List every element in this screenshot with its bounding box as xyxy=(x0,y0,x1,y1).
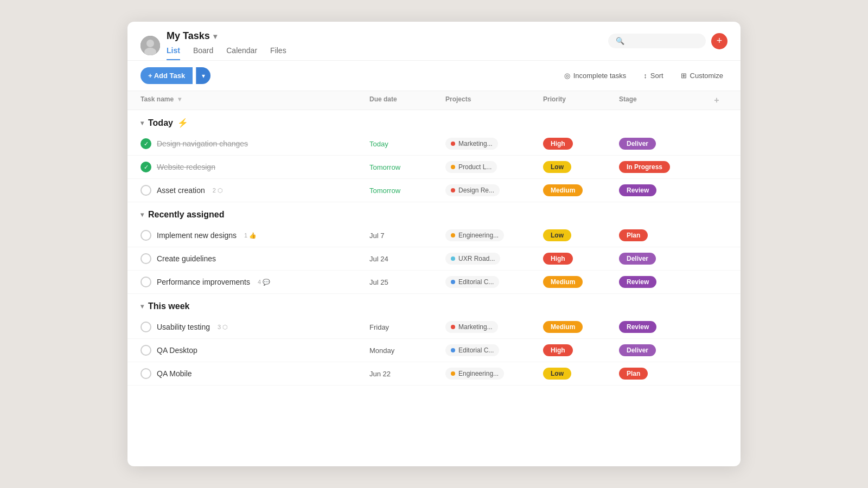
task-project: Engineering... xyxy=(445,368,543,380)
stage-badge[interactable]: Review xyxy=(619,184,656,196)
task-name-cell: Design navigation changes xyxy=(141,138,369,149)
stage-badge[interactable]: Deliver xyxy=(619,253,656,265)
task-checkbox[interactable] xyxy=(141,322,151,332)
project-dot xyxy=(451,348,455,352)
stage-badge[interactable]: Plan xyxy=(619,368,648,380)
task-project: UXR Road... xyxy=(445,253,543,265)
task-priority: High xyxy=(543,138,619,150)
priority-badge[interactable]: High xyxy=(543,344,573,356)
tab-calendar[interactable]: Calendar xyxy=(226,46,257,60)
priority-badge[interactable]: Low xyxy=(543,368,571,380)
project-badge[interactable]: Engineering... xyxy=(445,229,504,241)
task-meta: 3 ⬡ xyxy=(218,324,228,331)
table-row: Implement new designs 1 👍 Jul 7 Engineer… xyxy=(127,224,741,247)
task-checkbox[interactable] xyxy=(141,138,151,149)
add-task-button[interactable]: + Add Task xyxy=(141,67,193,84)
project-badge[interactable]: UXR Road... xyxy=(445,253,500,265)
task-project: Marketing... xyxy=(445,321,543,333)
task-meta: 1 👍 xyxy=(244,232,257,239)
add-task-dropdown[interactable]: ▾ xyxy=(196,67,210,84)
chevron-down-icon[interactable]: ▾ xyxy=(213,32,217,41)
project-badge[interactable]: Editorial C... xyxy=(445,344,499,356)
priority-badge[interactable]: High xyxy=(543,253,573,265)
project-badge[interactable]: Marketing... xyxy=(445,321,498,333)
incomplete-tasks-filter[interactable]: ◎ Incomplete tasks xyxy=(560,69,631,82)
task-meta: 4 💬 xyxy=(258,279,270,286)
task-meta-badge: 4 💬 xyxy=(258,279,270,286)
priority-badge[interactable]: Medium xyxy=(543,276,583,288)
project-badge[interactable]: Design Re... xyxy=(445,184,500,196)
task-name-text: QA Desktop xyxy=(157,346,197,355)
task-stage: Review xyxy=(619,276,706,288)
task-checkbox[interactable] xyxy=(141,253,151,264)
stage-badge[interactable]: Deliver xyxy=(619,138,656,150)
task-checkbox[interactable] xyxy=(141,277,151,287)
task-project: Marketing... xyxy=(445,138,543,150)
task-checkbox[interactable] xyxy=(141,185,151,196)
project-badge[interactable]: Product L... xyxy=(445,161,497,173)
task-checkbox[interactable] xyxy=(141,368,151,379)
page-title: My Tasks xyxy=(167,30,210,42)
add-button[interactable]: + xyxy=(711,33,727,49)
task-stage: In Progress xyxy=(619,161,706,173)
task-stage: Review xyxy=(619,321,706,333)
col-priority: Priority xyxy=(543,95,619,105)
task-name-text: Usability testing xyxy=(157,323,210,331)
tab-board[interactable]: Board xyxy=(193,46,213,60)
task-priority: Medium xyxy=(543,276,619,288)
app-container: My Tasks ▾ List Board Calendar Files 🔍 +… xyxy=(127,22,741,466)
task-meta: 2 ⬡ xyxy=(213,187,223,194)
task-stage: Plan xyxy=(619,229,706,241)
section-header-0[interactable]: ▾ Today ⚡ xyxy=(127,110,741,132)
task-project: Product L... xyxy=(445,161,543,173)
task-priority: High xyxy=(543,253,619,265)
priority-badge[interactable]: High xyxy=(543,138,573,150)
project-dot xyxy=(451,256,455,261)
task-checkbox[interactable] xyxy=(141,345,151,356)
circle-icon: ◎ xyxy=(564,72,570,80)
col-add[interactable]: + xyxy=(706,95,727,105)
customize-button[interactable]: ⊞ Customize xyxy=(676,69,727,82)
header: My Tasks ▾ List Board Calendar Files 🔍 + xyxy=(127,22,741,61)
table-row: QA Desktop Monday Editorial C... High De… xyxy=(127,339,741,362)
priority-badge[interactable]: Low xyxy=(543,229,571,241)
search-box[interactable]: 🔍 xyxy=(608,34,706,48)
task-name-text: Website redesign xyxy=(157,163,215,171)
task-due-date: Jun 22 xyxy=(369,370,445,378)
project-badge[interactable]: Engineering... xyxy=(445,368,504,380)
section-chevron-icon: ▾ xyxy=(141,119,144,127)
stage-badge[interactable]: In Progress xyxy=(619,161,670,173)
task-checkbox[interactable] xyxy=(141,230,151,241)
task-name-cell: Implement new designs 1 👍 xyxy=(141,230,369,241)
col-task-name[interactable]: Task name ▾ xyxy=(141,95,369,105)
task-priority: Low xyxy=(543,161,619,173)
task-checkbox[interactable] xyxy=(141,162,151,172)
section-header-1[interactable]: ▾ Recently assigned xyxy=(127,202,741,224)
tab-files[interactable]: Files xyxy=(270,46,286,60)
project-dot xyxy=(451,165,455,169)
priority-badge[interactable]: Low xyxy=(543,161,571,173)
table-row: QA Mobile Jun 22 Engineering... Low Plan xyxy=(127,362,741,386)
stage-badge[interactable]: Review xyxy=(619,276,656,288)
toolbar-left: + Add Task ▾ xyxy=(141,67,210,84)
task-priority: Low xyxy=(543,229,619,241)
table-header: Task name ▾ Due date Projects Priority S… xyxy=(127,91,741,110)
header-title: My Tasks ▾ xyxy=(167,30,608,42)
project-badge[interactable]: Marketing... xyxy=(445,138,498,150)
section-chevron-icon: ▾ xyxy=(141,211,144,219)
stage-badge[interactable]: Deliver xyxy=(619,344,656,356)
task-project: Editorial C... xyxy=(445,344,543,356)
stage-badge[interactable]: Plan xyxy=(619,229,648,241)
project-badge[interactable]: Editorial C... xyxy=(445,276,499,288)
sort-button[interactable]: ↕ Sort xyxy=(639,69,667,82)
priority-badge[interactable]: Medium xyxy=(543,321,583,333)
stage-badge[interactable]: Review xyxy=(619,321,656,333)
section-chevron-icon: ▾ xyxy=(141,303,144,310)
priority-badge[interactable]: Medium xyxy=(543,184,583,196)
section-header-2[interactable]: ▾ This week xyxy=(127,294,741,316)
col-due-date: Due date xyxy=(369,95,445,105)
task-name-cell: Asset creation 2 ⬡ xyxy=(141,185,369,196)
task-name-cell: Website redesign xyxy=(141,162,369,172)
project-dot xyxy=(451,371,455,376)
tab-list[interactable]: List xyxy=(167,46,180,60)
